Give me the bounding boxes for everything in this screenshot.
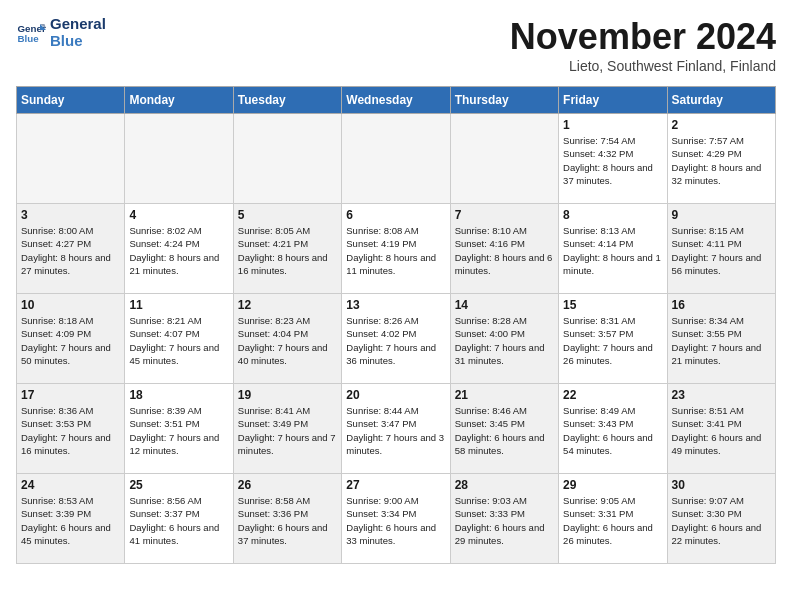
calendar-day-cell: 23Sunrise: 8:51 AM Sunset: 3:41 PM Dayli… [667, 384, 775, 474]
calendar-day-cell: 1Sunrise: 7:54 AM Sunset: 4:32 PM Daylig… [559, 114, 667, 204]
weekday-header: Wednesday [342, 87, 450, 114]
day-number: 5 [238, 208, 337, 222]
weekday-header: Thursday [450, 87, 558, 114]
day-info: Sunrise: 8:18 AM Sunset: 4:09 PM Dayligh… [21, 314, 120, 367]
calendar-day-cell: 4Sunrise: 8:02 AM Sunset: 4:24 PM Daylig… [125, 204, 233, 294]
calendar-week-row: 24Sunrise: 8:53 AM Sunset: 3:39 PM Dayli… [17, 474, 776, 564]
calendar-week-row: 10Sunrise: 8:18 AM Sunset: 4:09 PM Dayli… [17, 294, 776, 384]
calendar-day-cell: 22Sunrise: 8:49 AM Sunset: 3:43 PM Dayli… [559, 384, 667, 474]
day-info: Sunrise: 8:34 AM Sunset: 3:55 PM Dayligh… [672, 314, 771, 367]
day-number: 30 [672, 478, 771, 492]
day-number: 25 [129, 478, 228, 492]
day-number: 2 [672, 118, 771, 132]
day-info: Sunrise: 9:00 AM Sunset: 3:34 PM Dayligh… [346, 494, 445, 547]
day-number: 24 [21, 478, 120, 492]
calendar-week-row: 3Sunrise: 8:00 AM Sunset: 4:27 PM Daylig… [17, 204, 776, 294]
calendar-week-row: 17Sunrise: 8:36 AM Sunset: 3:53 PM Dayli… [17, 384, 776, 474]
day-number: 11 [129, 298, 228, 312]
calendar-day-cell: 28Sunrise: 9:03 AM Sunset: 3:33 PM Dayli… [450, 474, 558, 564]
day-info: Sunrise: 7:57 AM Sunset: 4:29 PM Dayligh… [672, 134, 771, 187]
logo: General Blue General Blue [16, 16, 106, 49]
calendar-day-cell [17, 114, 125, 204]
weekday-header: Monday [125, 87, 233, 114]
calendar-day-cell: 24Sunrise: 8:53 AM Sunset: 3:39 PM Dayli… [17, 474, 125, 564]
day-number: 26 [238, 478, 337, 492]
day-number: 1 [563, 118, 662, 132]
location: Lieto, Southwest Finland, Finland [510, 58, 776, 74]
day-info: Sunrise: 8:02 AM Sunset: 4:24 PM Dayligh… [129, 224, 228, 277]
logo-line1: General [50, 16, 106, 33]
day-info: Sunrise: 8:10 AM Sunset: 4:16 PM Dayligh… [455, 224, 554, 277]
day-number: 12 [238, 298, 337, 312]
month-title: November 2024 [510, 16, 776, 58]
day-info: Sunrise: 8:58 AM Sunset: 3:36 PM Dayligh… [238, 494, 337, 547]
day-number: 4 [129, 208, 228, 222]
calendar-day-cell: 27Sunrise: 9:00 AM Sunset: 3:34 PM Dayli… [342, 474, 450, 564]
day-info: Sunrise: 8:36 AM Sunset: 3:53 PM Dayligh… [21, 404, 120, 457]
calendar-day-cell: 3Sunrise: 8:00 AM Sunset: 4:27 PM Daylig… [17, 204, 125, 294]
calendar-day-cell: 11Sunrise: 8:21 AM Sunset: 4:07 PM Dayli… [125, 294, 233, 384]
calendar-day-cell [450, 114, 558, 204]
weekday-header: Saturday [667, 87, 775, 114]
calendar-day-cell: 10Sunrise: 8:18 AM Sunset: 4:09 PM Dayli… [17, 294, 125, 384]
calendar-day-cell: 16Sunrise: 8:34 AM Sunset: 3:55 PM Dayli… [667, 294, 775, 384]
day-number: 28 [455, 478, 554, 492]
day-number: 19 [238, 388, 337, 402]
day-info: Sunrise: 8:49 AM Sunset: 3:43 PM Dayligh… [563, 404, 662, 457]
day-info: Sunrise: 8:13 AM Sunset: 4:14 PM Dayligh… [563, 224, 662, 277]
calendar-day-cell: 5Sunrise: 8:05 AM Sunset: 4:21 PM Daylig… [233, 204, 341, 294]
calendar-day-cell: 14Sunrise: 8:28 AM Sunset: 4:00 PM Dayli… [450, 294, 558, 384]
calendar-day-cell: 13Sunrise: 8:26 AM Sunset: 4:02 PM Dayli… [342, 294, 450, 384]
day-number: 20 [346, 388, 445, 402]
day-number: 13 [346, 298, 445, 312]
calendar-day-cell [342, 114, 450, 204]
logo-icon: General Blue [16, 18, 46, 48]
day-info: Sunrise: 8:05 AM Sunset: 4:21 PM Dayligh… [238, 224, 337, 277]
day-info: Sunrise: 8:26 AM Sunset: 4:02 PM Dayligh… [346, 314, 445, 367]
day-info: Sunrise: 8:31 AM Sunset: 3:57 PM Dayligh… [563, 314, 662, 367]
calendar-day-cell: 12Sunrise: 8:23 AM Sunset: 4:04 PM Dayli… [233, 294, 341, 384]
day-info: Sunrise: 8:00 AM Sunset: 4:27 PM Dayligh… [21, 224, 120, 277]
day-info: Sunrise: 8:46 AM Sunset: 3:45 PM Dayligh… [455, 404, 554, 457]
svg-text:Blue: Blue [18, 33, 40, 44]
day-number: 8 [563, 208, 662, 222]
day-number: 10 [21, 298, 120, 312]
calendar-week-row: 1Sunrise: 7:54 AM Sunset: 4:32 PM Daylig… [17, 114, 776, 204]
calendar-table: SundayMondayTuesdayWednesdayThursdayFrid… [16, 86, 776, 564]
calendar-day-cell [233, 114, 341, 204]
day-info: Sunrise: 8:56 AM Sunset: 3:37 PM Dayligh… [129, 494, 228, 547]
day-info: Sunrise: 8:51 AM Sunset: 3:41 PM Dayligh… [672, 404, 771, 457]
day-info: Sunrise: 8:44 AM Sunset: 3:47 PM Dayligh… [346, 404, 445, 457]
calendar-day-cell: 15Sunrise: 8:31 AM Sunset: 3:57 PM Dayli… [559, 294, 667, 384]
calendar-day-cell: 29Sunrise: 9:05 AM Sunset: 3:31 PM Dayli… [559, 474, 667, 564]
day-number: 29 [563, 478, 662, 492]
day-info: Sunrise: 8:53 AM Sunset: 3:39 PM Dayligh… [21, 494, 120, 547]
day-number: 16 [672, 298, 771, 312]
calendar-day-cell: 17Sunrise: 8:36 AM Sunset: 3:53 PM Dayli… [17, 384, 125, 474]
day-number: 3 [21, 208, 120, 222]
day-info: Sunrise: 8:28 AM Sunset: 4:00 PM Dayligh… [455, 314, 554, 367]
day-info: Sunrise: 9:05 AM Sunset: 3:31 PM Dayligh… [563, 494, 662, 547]
calendar-day-cell: 6Sunrise: 8:08 AM Sunset: 4:19 PM Daylig… [342, 204, 450, 294]
calendar-day-cell: 7Sunrise: 8:10 AM Sunset: 4:16 PM Daylig… [450, 204, 558, 294]
calendar-day-cell: 26Sunrise: 8:58 AM Sunset: 3:36 PM Dayli… [233, 474, 341, 564]
calendar-day-cell: 20Sunrise: 8:44 AM Sunset: 3:47 PM Dayli… [342, 384, 450, 474]
day-number: 15 [563, 298, 662, 312]
day-number: 17 [21, 388, 120, 402]
day-info: Sunrise: 8:08 AM Sunset: 4:19 PM Dayligh… [346, 224, 445, 277]
day-number: 9 [672, 208, 771, 222]
day-number: 22 [563, 388, 662, 402]
day-info: Sunrise: 7:54 AM Sunset: 4:32 PM Dayligh… [563, 134, 662, 187]
logo-line2: Blue [50, 33, 106, 50]
calendar-day-cell: 18Sunrise: 8:39 AM Sunset: 3:51 PM Dayli… [125, 384, 233, 474]
calendar-day-cell: 25Sunrise: 8:56 AM Sunset: 3:37 PM Dayli… [125, 474, 233, 564]
day-number: 7 [455, 208, 554, 222]
day-info: Sunrise: 8:21 AM Sunset: 4:07 PM Dayligh… [129, 314, 228, 367]
calendar-day-cell [125, 114, 233, 204]
day-info: Sunrise: 8:23 AM Sunset: 4:04 PM Dayligh… [238, 314, 337, 367]
weekday-header: Sunday [17, 87, 125, 114]
page-header: General Blue General Blue November 2024 … [16, 16, 776, 74]
title-section: November 2024 Lieto, Southwest Finland, … [510, 16, 776, 74]
weekday-header: Friday [559, 87, 667, 114]
calendar-day-cell: 2Sunrise: 7:57 AM Sunset: 4:29 PM Daylig… [667, 114, 775, 204]
